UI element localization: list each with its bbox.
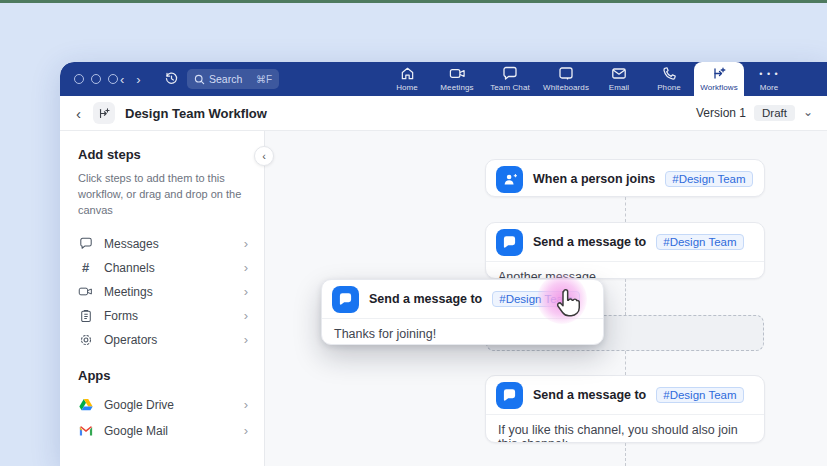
google-mail-icon <box>78 425 93 437</box>
hand-cursor-icon <box>551 287 583 323</box>
status-badge: Draft <box>754 105 795 121</box>
google-drive-icon <box>78 398 93 411</box>
sidebar-item-google-mail[interactable]: Google Mail › <box>78 418 250 444</box>
chevron-right-icon: › <box>244 332 248 347</box>
desktop-top-edge <box>0 0 827 3</box>
workflow-icon <box>93 102 115 124</box>
hash-icon: # <box>78 260 93 275</box>
top-navbar: ‹ › Search ⌘F Home <box>60 62 827 96</box>
step-title: Send a message to <box>369 292 482 306</box>
app-window: ‹ › Search ⌘F Home <box>60 62 827 466</box>
nav-item-email[interactable]: Email <box>594 62 644 96</box>
add-steps-sidebar: ‹ Add steps Click steps to add them to t… <box>60 131 265 466</box>
sidebar-item-label: Meetings <box>104 285 153 299</box>
step-connector <box>625 443 626 466</box>
history-icon[interactable] <box>164 71 179 90</box>
chat-icon <box>332 286 359 313</box>
sidebar-collapse-button[interactable]: ‹ <box>254 146 274 166</box>
step-connector <box>625 197 626 222</box>
message-icon <box>78 237 93 250</box>
sidebar-item-label: Google Mail <box>104 424 168 438</box>
forward-icon[interactable]: › <box>136 73 140 86</box>
window-control-maximize[interactable] <box>108 74 118 84</box>
page-title: Design Team Workflow <box>125 106 267 121</box>
search-placeholder: Search <box>209 73 242 85</box>
apps-title: Apps <box>78 368 250 383</box>
nav-label: Whiteboards <box>543 83 589 92</box>
back-icon[interactable]: ‹ <box>120 73 124 86</box>
sidebar-item-channels[interactable]: # Channels › <box>78 256 250 280</box>
search-icon <box>194 74 205 85</box>
chevron-down-icon[interactable]: ⌄ <box>803 105 813 119</box>
nav-label: More <box>760 83 779 92</box>
meetings-icon <box>449 66 466 81</box>
chevron-right-icon: › <box>244 397 248 412</box>
window-control-close[interactable] <box>74 74 84 84</box>
sidebar-item-label: Operators <box>104 333 157 347</box>
sidebar-description: Click steps to add them to this workflow… <box>78 171 250 219</box>
chevron-right-icon: › <box>244 260 248 275</box>
sidebar-item-operators[interactable]: Operators › <box>78 328 250 352</box>
step-connector <box>625 279 626 315</box>
sidebar-item-forms[interactable]: Forms › <box>78 304 250 328</box>
sidebar-item-label: Messages <box>104 237 159 251</box>
sidebar-item-label: Google Drive <box>104 398 174 412</box>
workflow-canvas[interactable]: When a person joins #Design Team Send a … <box>265 131 827 466</box>
search-shortcut: ⌘F <box>256 74 272 85</box>
nav-item-workflows[interactable]: Workflows <box>694 62 744 96</box>
nav-item-meetings[interactable]: Meetings <box>432 62 482 96</box>
chevron-right-icon: › <box>244 423 248 438</box>
channel-pill[interactable]: #Design Team <box>656 387 743 403</box>
window-control-minimize[interactable] <box>91 74 101 84</box>
workflow-step-message-1[interactable]: Send a message to #Design Team Another m… <box>485 222 765 279</box>
nav-label: Phone <box>657 83 681 92</box>
step-body: If you like this channel, you should als… <box>486 415 764 443</box>
team-chat-icon <box>502 66 518 81</box>
video-icon <box>78 285 93 298</box>
step-body: Another message <box>486 262 764 279</box>
step-title: Send a message to <box>533 388 646 402</box>
search-input[interactable]: Search ⌘F <box>187 69 279 89</box>
collapse-chevron-icon: ‹ <box>262 150 266 162</box>
workflow-header: ‹ Design Team Workflow Version 1 Draft ⌄ <box>60 96 827 131</box>
nav-item-more[interactable]: • • • More <box>744 62 794 96</box>
sidebar-title: Add steps <box>78 147 250 162</box>
channel-pill[interactable]: #Design Team <box>656 234 743 250</box>
whiteboards-icon <box>558 66 574 81</box>
chevron-right-icon: › <box>244 284 248 299</box>
nav-label: Meetings <box>440 83 473 92</box>
back-button[interactable]: ‹ <box>76 105 81 122</box>
chevron-right-icon: › <box>244 236 248 251</box>
window-controls[interactable] <box>74 62 118 96</box>
version-label: Version 1 <box>696 106 746 120</box>
sidebar-item-label: Channels <box>104 261 155 275</box>
chevron-right-icon: › <box>244 308 248 323</box>
chat-icon <box>496 229 523 256</box>
nav-label: Home <box>396 83 418 92</box>
nav-label: Workflows <box>700 83 738 92</box>
workflow-step-trigger[interactable]: When a person joins #Design Team <box>485 159 765 197</box>
step-connector <box>625 351 626 375</box>
nav-item-phone[interactable]: Phone <box>644 62 694 96</box>
nav-item-home[interactable]: Home <box>382 62 432 96</box>
nav-label: Email <box>609 83 630 92</box>
workflow-step-message-2[interactable]: Send a message to #Design Team If you li… <box>485 375 765 443</box>
channel-pill[interactable]: #Design Team <box>665 171 752 187</box>
history-nav: ‹ › <box>120 62 141 96</box>
home-icon <box>400 66 415 81</box>
sidebar-item-messages[interactable]: Messages › <box>78 232 250 256</box>
phone-icon <box>662 66 677 81</box>
main-nav: Home Meetings Team Chat Whiteboards <box>382 62 794 96</box>
workflows-icon <box>711 66 727 81</box>
gear-icon <box>78 333 93 347</box>
nav-item-whiteboards[interactable]: Whiteboards <box>538 62 594 96</box>
sidebar-item-label: Forms <box>104 309 138 323</box>
more-icon: • • • <box>759 66 778 81</box>
chat-icon <box>496 382 523 409</box>
sidebar-item-google-drive[interactable]: Google Drive › <box>78 392 250 418</box>
sidebar-item-meetings[interactable]: Meetings › <box>78 280 250 304</box>
person-add-icon <box>496 166 523 193</box>
nav-item-team-chat[interactable]: Team Chat <box>482 62 538 96</box>
step-title: Send a message to <box>533 235 646 249</box>
nav-label: Team Chat <box>490 83 530 92</box>
